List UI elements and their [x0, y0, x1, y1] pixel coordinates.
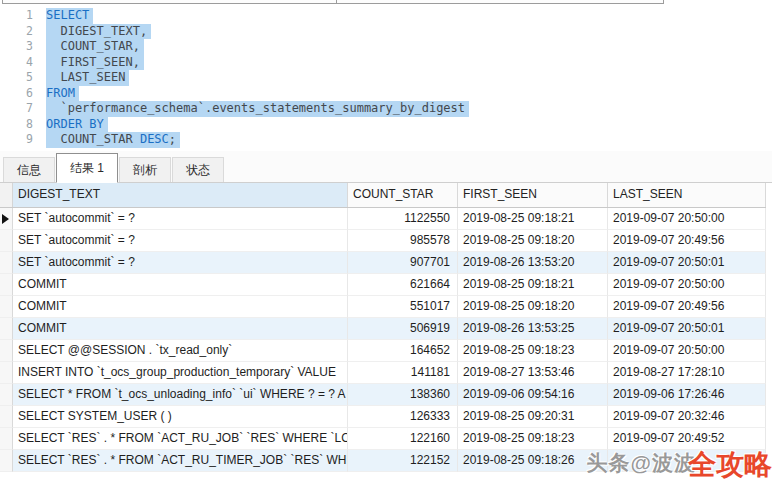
- cell-count-star[interactable]: 621664: [348, 274, 458, 296]
- cell-count-star[interactable]: 551017: [348, 296, 458, 318]
- column-header-digest-text[interactable]: DIGEST_TEXT: [13, 183, 348, 207]
- cell-last-seen[interactable]: [608, 450, 766, 472]
- tab-status[interactable]: 状态: [172, 157, 224, 182]
- tab-profile[interactable]: 剖析: [119, 157, 171, 182]
- row-gutter: [0, 406, 13, 428]
- cell-last-seen[interactable]: 2019-09-07 20:32:46: [608, 406, 766, 428]
- row-gutter: [0, 230, 13, 252]
- cell-count-star[interactable]: 164652: [348, 340, 458, 362]
- cell-digest-text[interactable]: SET `autocommit` = ?: [13, 252, 348, 274]
- row-gutter: [0, 362, 13, 384]
- cell-last-seen[interactable]: 2019-09-07 20:50:00: [608, 274, 766, 296]
- sql-keyword: SELECT: [46, 8, 89, 22]
- cell-last-seen[interactable]: 2019-09-07 20:49:56: [608, 296, 766, 318]
- grid-header-row: DIGEST_TEXTCOUNT_STARFIRST_SEENLAST_SEEN: [0, 183, 766, 208]
- row-gutter: [0, 274, 13, 296]
- cell-last-seen[interactable]: 2019-09-07 20:50:01: [608, 318, 766, 340]
- code-line: 6FROM: [0, 86, 772, 102]
- sql-keyword: ORDER BY: [46, 117, 104, 131]
- line-number: 6: [0, 86, 46, 102]
- cell-last-seen[interactable]: 2019-09-07 20:49:52: [608, 428, 766, 450]
- cell-count-star[interactable]: 907701: [348, 252, 458, 274]
- table-row[interactable]: COMMIT5510172019-08-25 09:18:202019-09-0…: [0, 296, 766, 318]
- editor-tab-stub-right[interactable]: [336, 0, 664, 4]
- sql-text: COUNT_STAR: [46, 132, 140, 146]
- cell-last-seen[interactable]: 2019-09-06 17:26:46: [608, 384, 766, 406]
- line-number: 5: [0, 70, 46, 86]
- cell-digest-text[interactable]: INSERT INTO `t_ocs_group_production_temp…: [13, 362, 348, 384]
- table-row[interactable]: SET `autocommit` = ?11225502019-08-25 09…: [0, 208, 766, 230]
- sql-text: ;: [169, 132, 176, 146]
- cell-digest-text[interactable]: SET `autocommit` = ?: [13, 208, 348, 230]
- table-row[interactable]: SELECT * FROM `t_ocs_unloading_info` `ui…: [0, 384, 766, 406]
- line-number: 1: [0, 8, 46, 24]
- cell-first-seen[interactable]: 2019-08-25 09:18:21: [458, 274, 608, 296]
- cell-count-star[interactable]: 985578: [348, 230, 458, 252]
- column-header-last-seen[interactable]: LAST_SEEN: [608, 183, 766, 207]
- row-gutter: [0, 318, 13, 340]
- cell-digest-text[interactable]: COMMIT: [13, 318, 348, 340]
- cell-first-seen[interactable]: 2019-08-27 13:53:46: [458, 362, 608, 384]
- table-row[interactable]: COMMIT5069192019-08-26 13:53:252019-09-0…: [0, 318, 766, 340]
- cell-first-seen[interactable]: 2019-08-25 09:18:23: [458, 340, 608, 362]
- cell-digest-text[interactable]: SELECT SYSTEM_USER ( ): [13, 406, 348, 428]
- code-line: 2 DIGEST_TEXT,: [0, 24, 772, 40]
- table-row[interactable]: SET `autocommit` = ?9855782019-08-25 09:…: [0, 230, 766, 252]
- cell-first-seen[interactable]: 2019-08-25 09:18:20: [458, 230, 608, 252]
- row-gutter: [0, 384, 13, 406]
- cell-digest-text[interactable]: SELECT @@SESSION . `tx_read_only`: [13, 340, 348, 362]
- cell-digest-text[interactable]: SELECT * FROM `t_ocs_unloading_info` `ui…: [13, 384, 348, 406]
- cell-last-seen[interactable]: 2019-09-07 20:50:01: [608, 252, 766, 274]
- cell-count-star[interactable]: 122152: [348, 450, 458, 472]
- table-row[interactable]: INSERT INTO `t_ocs_group_production_temp…: [0, 362, 766, 384]
- selected-code-text: `performance_schema`.events_statements_s…: [46, 101, 469, 117]
- cell-first-seen[interactable]: 2019-08-25 09:18:23: [458, 428, 608, 450]
- cell-first-seen[interactable]: 2019-08-25 09:18:21: [458, 208, 608, 230]
- cell-first-seen[interactable]: 2019-09-06 09:54:16: [458, 384, 608, 406]
- sql-text: FIRST_SEEN,: [46, 55, 140, 69]
- cell-last-seen[interactable]: 2019-09-07 20:50:00: [608, 340, 766, 362]
- cell-first-seen[interactable]: 2019-08-25 09:18:26: [458, 450, 608, 472]
- line-number: 4: [0, 55, 46, 71]
- row-gutter: [0, 208, 13, 230]
- line-number: 3: [0, 39, 46, 55]
- table-row[interactable]: SET `autocommit` = ?9077012019-08-26 13:…: [0, 252, 766, 274]
- line-number: 2: [0, 24, 46, 40]
- table-row[interactable]: SELECT SYSTEM_USER ( )1263332019-08-25 0…: [0, 406, 766, 428]
- code-line: 7 `performance_schema`.events_statements…: [0, 101, 772, 117]
- cell-first-seen[interactable]: 2019-08-25 09:18:20: [458, 296, 608, 318]
- table-row[interactable]: COMMIT6216642019-08-25 09:18:212019-09-0…: [0, 274, 766, 296]
- cell-first-seen[interactable]: 2019-08-26 13:53:25: [458, 318, 608, 340]
- sql-text: LAST_SEEN: [46, 70, 125, 84]
- cell-first-seen[interactable]: 2019-08-26 13:53:20: [458, 252, 608, 274]
- editor-tab-stub-left[interactable]: [2, 0, 337, 4]
- row-gutter: [0, 340, 13, 362]
- cell-digest-text[interactable]: COMMIT: [13, 274, 348, 296]
- row-gutter: [0, 450, 13, 472]
- cell-digest-text[interactable]: SELECT `RES` . * FROM `ACT_RU_TIMER_JOB`…: [13, 450, 348, 472]
- cell-count-star[interactable]: 141181: [348, 362, 458, 384]
- column-header-first-seen[interactable]: FIRST_SEEN: [458, 183, 608, 207]
- cell-count-star[interactable]: 126333: [348, 406, 458, 428]
- tab-result-1[interactable]: 结果 1: [56, 153, 118, 183]
- cell-digest-text[interactable]: COMMIT: [13, 296, 348, 318]
- cell-first-seen[interactable]: 2019-08-25 09:20:31: [458, 406, 608, 428]
- table-row[interactable]: SELECT @@SESSION . `tx_read_only`1646522…: [0, 340, 766, 362]
- cell-last-seen[interactable]: 2019-09-07 20:50:00: [608, 208, 766, 230]
- cell-count-star[interactable]: 1122550: [348, 208, 458, 230]
- cell-count-star[interactable]: 122160: [348, 428, 458, 450]
- sql-editor[interactable]: 1SELECT2 DIGEST_TEXT,3 COUNT_STAR,4 FIRS…: [0, 5, 772, 151]
- table-row[interactable]: SELECT `RES` . * FROM `ACT_RU_JOB` `RES`…: [0, 428, 766, 450]
- cell-last-seen[interactable]: 2019-09-07 20:49:56: [608, 230, 766, 252]
- row-gutter: [0, 428, 13, 450]
- cell-digest-text[interactable]: SET `autocommit` = ?: [13, 230, 348, 252]
- sql-text: COUNT_STAR,: [46, 39, 140, 53]
- selected-code-text: FIRST_SEEN,: [46, 55, 144, 71]
- tab-info[interactable]: 信息: [3, 157, 55, 182]
- cell-digest-text[interactable]: SELECT `RES` . * FROM `ACT_RU_JOB` `RES`…: [13, 428, 348, 450]
- cell-count-star[interactable]: 138360: [348, 384, 458, 406]
- table-row[interactable]: SELECT `RES` . * FROM `ACT_RU_TIMER_JOB`…: [0, 450, 766, 472]
- cell-last-seen[interactable]: 2019-08-27 17:28:10: [608, 362, 766, 384]
- column-header-count-star[interactable]: COUNT_STAR: [348, 183, 458, 207]
- cell-count-star[interactable]: 506919: [348, 318, 458, 340]
